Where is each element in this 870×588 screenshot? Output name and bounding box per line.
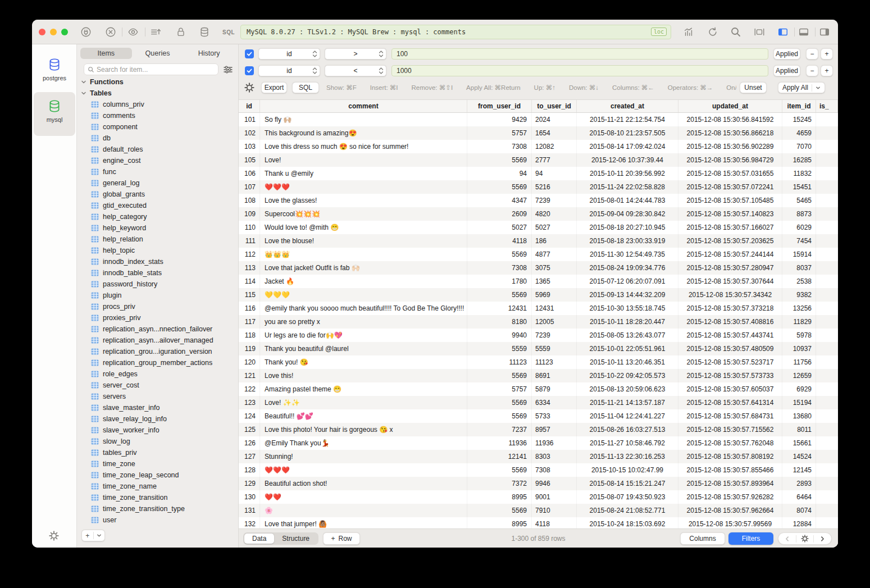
table-row[interactable]: 117you are so pretty x8180120052015-10-1… bbox=[239, 315, 838, 329]
table-row[interactable]: 103Love this dress so much 😍 so nice for… bbox=[239, 140, 838, 153]
connection-postgres[interactable]: postgres bbox=[34, 51, 75, 81]
column-header-updated_at[interactable]: updated_at bbox=[678, 100, 782, 112]
cell-is_[interactable] bbox=[816, 450, 838, 463]
group-tables[interactable]: Tables bbox=[77, 88, 238, 99]
table-row[interactable]: 116@emily thank you soooo much beautiful… bbox=[239, 302, 838, 315]
cell-item_id[interactable]: 15661 bbox=[782, 436, 816, 450]
cell-updated_at[interactable]: 2015-12-08 15:30:57.072241 bbox=[678, 180, 782, 194]
filter-enabled-checkbox[interactable] bbox=[245, 49, 254, 58]
filter-enabled-checkbox[interactable] bbox=[245, 66, 254, 75]
cell-created_at[interactable]: 2015-08-24 19:09:34.776 bbox=[577, 261, 678, 275]
search-icon[interactable] bbox=[730, 26, 741, 38]
cell-to_user_id[interactable]: 7308 bbox=[532, 463, 577, 477]
cell-created_at[interactable]: 2015-08-07 19:43:50.923 bbox=[577, 490, 678, 504]
cell-updated_at[interactable]: 2015-12-08 15:30:57.373218 bbox=[678, 302, 782, 315]
sidebar-table-item[interactable]: help_keyword bbox=[77, 222, 238, 234]
cell-comment[interactable]: Beautiful action shot! bbox=[260, 477, 467, 490]
cell-from_user_id[interactable]: 12431 bbox=[467, 302, 532, 315]
cell-to_user_id[interactable]: 8303 bbox=[532, 450, 577, 463]
cell-comment[interactable]: Love the blouse! bbox=[260, 234, 467, 248]
sidebar-table-item[interactable]: time_zone_name bbox=[77, 481, 238, 492]
cell-from_user_id[interactable]: 4347 bbox=[467, 194, 532, 207]
cell-comment[interactable]: Beautiful!! 💕💕 bbox=[260, 409, 467, 423]
cell-item_id[interactable]: 12659 bbox=[782, 369, 816, 382]
table-row[interactable]: 114Jacket 🔥178013652015-07-12 06:20:07.0… bbox=[239, 275, 838, 288]
sidebar-table-item[interactable]: gtid_executed bbox=[77, 200, 238, 211]
sidebar-table-item[interactable]: db bbox=[77, 133, 238, 144]
cell-to_user_id[interactable]: 11123 bbox=[532, 355, 577, 369]
cell-is_[interactable] bbox=[816, 167, 838, 180]
cell-item_id[interactable]: 15451 bbox=[782, 180, 816, 194]
filter-operator-select[interactable]: > bbox=[325, 48, 386, 60]
cell-from_user_id[interactable]: 8180 bbox=[467, 315, 532, 329]
connection-mysql[interactable]: mysql bbox=[34, 92, 75, 136]
filter-value-input[interactable]: 100 bbox=[391, 48, 768, 60]
cell-from_user_id[interactable]: 5569 bbox=[467, 288, 532, 302]
sidebar-table-item[interactable]: tables_priv bbox=[77, 447, 238, 458]
cell-id[interactable]: 105 bbox=[239, 153, 260, 167]
cell-to_user_id[interactable]: 8957 bbox=[532, 423, 577, 436]
cell-id[interactable]: 127 bbox=[239, 450, 260, 463]
cell-comment[interactable]: Love this dress so much 😍 so nice for su… bbox=[260, 140, 467, 153]
cell-item_id[interactable]: 11829 bbox=[782, 315, 816, 329]
sidebar-table-item[interactable]: slave_relay_log_info bbox=[77, 413, 238, 425]
cell-id[interactable]: 108 bbox=[239, 194, 260, 207]
cell-comment[interactable]: Love the glasses! bbox=[260, 194, 467, 207]
cell-from_user_id[interactable]: 5569 bbox=[467, 180, 532, 194]
cell-item_id[interactable]: 16285 bbox=[782, 153, 816, 167]
cell-id[interactable]: 110 bbox=[239, 221, 260, 234]
cell-updated_at[interactable]: 2015-12-08 15:30:57.140823 bbox=[678, 207, 782, 221]
cell-updated_at[interactable]: 2015-12-08 15:30:57.893964 bbox=[678, 477, 782, 490]
cell-item_id[interactable]: 8011 bbox=[782, 423, 816, 436]
unset-button[interactable]: Unset bbox=[740, 82, 767, 93]
cell-item_id[interactable]: 6929 bbox=[782, 382, 816, 396]
cell-to_user_id[interactable]: 2024 bbox=[532, 113, 577, 126]
cell-updated_at[interactable]: 2015-12-08 15:30:56.902289 bbox=[678, 140, 782, 153]
sidebar-table-item[interactable]: password_history bbox=[77, 279, 238, 290]
cell-id[interactable]: 128 bbox=[239, 463, 260, 477]
cell-updated_at[interactable]: 2015-12-08 15:30:57.523717 bbox=[678, 355, 782, 369]
cell-created_at[interactable]: 2015-11-21 14:13:57.187 bbox=[577, 396, 678, 409]
toggle-right-panel-icon[interactable] bbox=[819, 26, 830, 38]
cell-item_id[interactable]: 7070 bbox=[782, 140, 816, 153]
sidebar-table-item[interactable]: columns_priv bbox=[77, 99, 238, 110]
commit-list-icon[interactable] bbox=[150, 26, 161, 38]
sidebar-table-item[interactable]: default_roles bbox=[77, 144, 238, 155]
cell-comment[interactable]: Love that jacket! Outfit is fab 🙌🏻 bbox=[260, 261, 467, 275]
filter-value-input[interactable]: 1000 bbox=[391, 65, 768, 76]
cell-comment[interactable]: you are so pretty x bbox=[260, 315, 467, 329]
cell-updated_at[interactable]: 2015-12-08 15:30:57.962664 bbox=[678, 504, 782, 517]
sidebar-table-item[interactable]: innodb_index_stats bbox=[77, 256, 238, 267]
export-button[interactable]: Export bbox=[261, 82, 287, 93]
minimize-window-button[interactable] bbox=[50, 29, 57, 35]
table-row[interactable]: 107❤️❤️❤️556952162015-11-24 22:02:58.828… bbox=[239, 180, 838, 194]
cell-comment[interactable]: Supercool💥💥💥 bbox=[260, 207, 467, 221]
cell-from_user_id[interactable]: 5569 bbox=[467, 248, 532, 261]
previous-page-button[interactable] bbox=[778, 533, 796, 544]
cell-updated_at[interactable]: 2015-12-08 15:30:57.926282 bbox=[678, 490, 782, 504]
cell-from_user_id[interactable]: 5569 bbox=[467, 504, 532, 517]
sidebar-table-item[interactable]: time_zone_leap_second bbox=[77, 470, 238, 481]
cell-item_id[interactable]: 12145 bbox=[782, 463, 816, 477]
cell-is_[interactable] bbox=[816, 477, 838, 490]
cell-created_at[interactable]: 2015-08-05 13:26:43.077 bbox=[577, 329, 678, 342]
cell-updated_at[interactable]: 2015-12-08 15:30:57.855466 bbox=[678, 463, 782, 477]
cell-to_user_id[interactable]: 5969 bbox=[532, 288, 577, 302]
cell-is_[interactable] bbox=[816, 207, 838, 221]
table-row[interactable]: 124Beautiful!! 💕💕556957332015-11-04 12:2… bbox=[239, 409, 838, 423]
cell-comment[interactable]: Amazing pastel theme 😁 bbox=[260, 382, 467, 396]
table-row[interactable]: 113Love that jacket! Outfit is fab 🙌🏻730… bbox=[239, 261, 838, 275]
cell-id[interactable]: 114 bbox=[239, 275, 260, 288]
cell-from_user_id[interactable]: 5027 bbox=[467, 221, 532, 234]
sidebar-table-item[interactable]: procs_priv bbox=[77, 301, 238, 312]
item-search-input[interactable]: Search for item... bbox=[84, 63, 218, 75]
cell-item_id[interactable]: 4659 bbox=[782, 126, 816, 140]
sidebar-table-item[interactable]: role_edges bbox=[77, 368, 238, 380]
filter-applied-button[interactable]: Applied bbox=[773, 65, 800, 76]
cell-updated_at[interactable]: 2015-12-08 15:30:57.280947 bbox=[678, 261, 782, 275]
cell-item_id[interactable]: 14524 bbox=[782, 450, 816, 463]
cell-comment[interactable]: Would love to! @mith 😁 bbox=[260, 221, 467, 234]
cell-item_id[interactable]: 2893 bbox=[782, 477, 816, 490]
tab-items[interactable]: Items bbox=[80, 48, 132, 59]
cell-id[interactable]: 117 bbox=[239, 315, 260, 329]
